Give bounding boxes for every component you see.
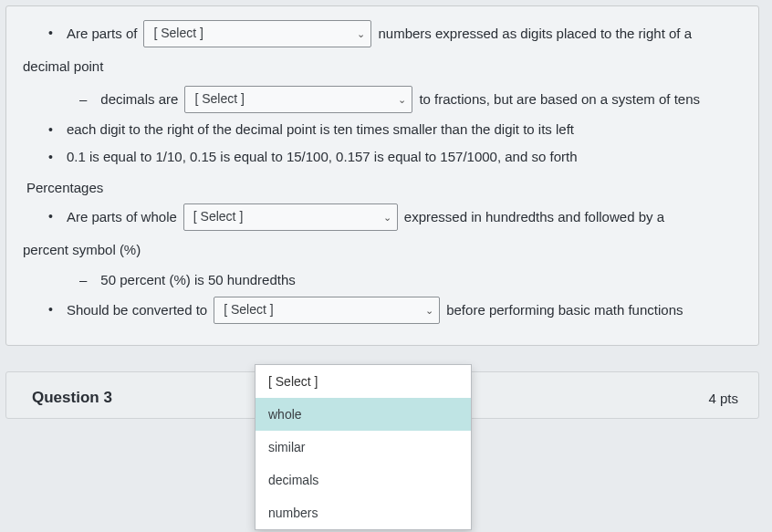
line-percent-symbol: percent symbol (%) [23, 234, 742, 266]
line-parts-of: Are parts of [ Select ] ⌄ numbers expres… [23, 17, 742, 50]
select-3[interactable]: [ Select ] ⌄ [183, 203, 398, 231]
text: Are parts of [67, 17, 138, 50]
dropdown-option-similar[interactable]: similar [256, 431, 471, 464]
question-card: Are parts of [ Select ] ⌄ numbers expres… [5, 5, 759, 346]
text: to fractions, but are based on a system … [419, 83, 700, 116]
text: Percentages [26, 180, 103, 195]
chevron-down-icon: ⌄ [383, 205, 391, 229]
text: Are parts of whole [67, 201, 177, 234]
chevron-down-icon: ⌄ [398, 88, 406, 111]
text: decimal point [23, 50, 103, 83]
text: Should be converted to [67, 294, 207, 327]
dropdown-option-numbers[interactable]: numbers [256, 496, 471, 529]
dropdown-option-whole[interactable]: whole [256, 398, 471, 431]
text: percent symbol (%) [23, 234, 141, 266]
select-value: [ Select ] [194, 84, 244, 115]
chevron-down-icon: ⌄ [425, 298, 433, 322]
dropdown-header[interactable]: [ Select ] [256, 365, 471, 398]
select-4-dropdown: [ Select ] whole similar decimals number… [255, 364, 472, 530]
text: numbers expressed as digits placed to th… [378, 17, 692, 50]
dropdown-option-decimals[interactable]: decimals [256, 464, 471, 496]
select-2[interactable]: [ Select ] ⌄ [184, 86, 412, 113]
question-points: 4 pts [708, 391, 738, 406]
text: 50 percent (%) is 50 hundredths [100, 266, 295, 294]
text: decimals are [100, 83, 178, 116]
line-decimal-point: decimal point [23, 50, 742, 83]
line-each-digit: each digit to the right of the decimal p… [23, 116, 742, 143]
text: before performing basic math functions [446, 294, 683, 327]
text: 0.1 is equal to 1/10, 0.15 is equal to 1… [67, 143, 578, 171]
line-parts-of-whole: Are parts of whole [ Select ] ⌄ expresse… [23, 201, 742, 234]
text: each digit to the right of the decimal p… [67, 116, 574, 143]
select-value: [ Select ] [193, 202, 243, 233]
select-4[interactable]: [ Select ] ⌄ [214, 297, 440, 324]
select-1[interactable]: [ Select ] ⌄ [143, 20, 371, 47]
question-title: Question 3 [32, 389, 112, 407]
section-percentages: Percentages [26, 180, 742, 195]
line-decimals-are: decimals are [ Select ] ⌄ to fractions, … [23, 83, 742, 116]
text: expressed in hundredths and followed by … [404, 201, 664, 234]
chevron-down-icon: ⌄ [357, 22, 365, 46]
select-value: [ Select ] [153, 18, 203, 49]
select-value: [ Select ] [224, 295, 273, 326]
line-should-convert: Should be converted to [ Select ] ⌄ befo… [23, 294, 742, 327]
line-examples: 0.1 is equal to 1/10, 0.15 is equal to 1… [23, 143, 742, 171]
line-50-percent: 50 percent (%) is 50 hundredths [23, 266, 742, 294]
